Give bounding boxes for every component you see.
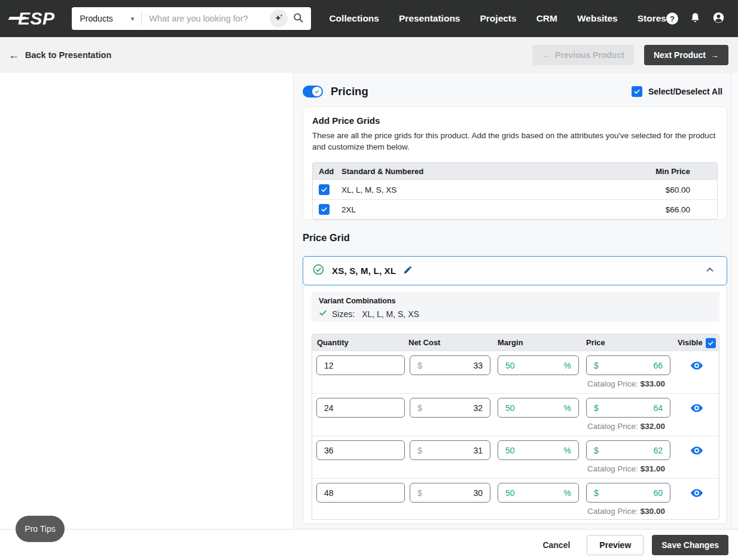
main-content: Pricing Select/Deselect All Add Price Gr… (0, 73, 738, 529)
select-deselect-all[interactable]: Select/Deselect All (632, 86, 722, 97)
quantity-input-wrap (316, 355, 405, 375)
search-category-value: Products (80, 14, 113, 23)
nav-item-stores[interactable]: Stores (638, 13, 666, 24)
visible-toggle-button[interactable] (690, 444, 703, 459)
eye-icon (690, 401, 703, 416)
esp-logo[interactable]: ESP (18, 10, 55, 28)
preview-button[interactable]: Preview (587, 535, 644, 555)
visible-toggle-button[interactable] (690, 359, 703, 374)
column-min-price: Min Price (655, 167, 717, 176)
pricing-title: Pricing (331, 85, 368, 98)
price-grids-table-header: Add Standard & Numbered Min Price (313, 163, 717, 179)
back-to-presentation-link[interactable]: ← Back to Presentation (8, 49, 111, 62)
collapse-grid-button[interactable] (704, 264, 716, 278)
price-input[interactable] (603, 488, 663, 498)
margin-input-wrap: % (498, 440, 579, 460)
search-icon (292, 12, 304, 25)
save-changes-button[interactable]: Save Changes (652, 535, 728, 555)
price-grids-table: Add Standard & Numbered Min Price XL, L,… (312, 162, 718, 220)
user-icon (712, 11, 725, 26)
margin-input[interactable] (505, 403, 559, 413)
grid-row-checkbox[interactable] (319, 184, 330, 195)
search-submit-button[interactable] (292, 12, 304, 25)
account-button[interactable] (712, 11, 725, 26)
catalog-price-label: Catalog Price: (587, 422, 638, 431)
search-category-dropdown[interactable]: Products ▾ (72, 14, 142, 23)
nav-item-collections[interactable]: Collections (329, 13, 379, 24)
net-cost-input[interactable] (427, 488, 483, 498)
currency-prefix: $ (594, 446, 599, 455)
quantity-input[interactable] (324, 446, 397, 455)
price-input-wrap: $ (586, 483, 670, 503)
price-row: $ % $ (312, 478, 719, 521)
quantity-input[interactable] (324, 403, 397, 413)
pricing-toggle[interactable] (303, 86, 323, 98)
grid-row-min-price: $66.00 (666, 205, 717, 214)
nav-item-websites[interactable]: Websites (577, 13, 618, 24)
previous-product-button[interactable]: ← Previous Product (532, 45, 634, 65)
margin-input[interactable] (505, 446, 559, 455)
visible-all-checkbox[interactable] (706, 338, 716, 348)
currency-prefix: $ (417, 361, 422, 370)
search-input[interactable] (142, 14, 270, 23)
nav-item-projects[interactable]: Projects (480, 13, 516, 24)
help-icon[interactable]: ? (666, 13, 678, 25)
notifications-button[interactable] (690, 12, 701, 25)
quantity-input-wrap (316, 483, 405, 503)
add-price-grids-title: Add Price Grids (312, 115, 718, 126)
ai-sparkle-button[interactable] (270, 10, 288, 28)
quantity-input[interactable] (324, 361, 397, 370)
price-input[interactable] (603, 403, 663, 413)
percent-suffix: % (564, 403, 571, 413)
margin-input[interactable] (505, 488, 559, 498)
grid-row-checkbox[interactable] (319, 204, 330, 215)
product-nav-buttons: ← Previous Product Next Product → (532, 45, 728, 65)
pro-tips-button[interactable]: Pro Tips (16, 516, 65, 542)
percent-suffix: % (564, 361, 571, 370)
top-navigation: ESP Products ▾ Collections Presentations… (0, 0, 738, 37)
add-price-grids-card: Add Price Grids These are all the price … (303, 106, 727, 220)
select-all-checkbox[interactable] (632, 86, 642, 97)
nav-item-crm[interactable]: CRM (536, 13, 557, 24)
edit-grid-button[interactable] (402, 264, 414, 278)
price-input[interactable] (603, 361, 663, 370)
variant-combinations-title: Variant Combinations (319, 297, 712, 305)
next-product-label: Next Product (654, 50, 706, 60)
net-cost-input[interactable] (427, 361, 483, 370)
primary-nav: Collections Presentations Projects CRM W… (329, 13, 666, 24)
catalog-price-value: $32.00 (641, 422, 665, 431)
grid-row-name: XL, L, M, S, XS (341, 185, 666, 194)
currency-prefix: $ (417, 403, 422, 413)
net-cost-input[interactable] (427, 403, 483, 413)
visible-toggle-button[interactable] (690, 401, 703, 416)
eye-icon (690, 486, 703, 501)
visible-toggle-button[interactable] (690, 486, 703, 501)
price-row: $ % $ (312, 351, 719, 393)
net-cost-input-wrap: $ (410, 398, 490, 418)
price-grid-section-title: Price Grid (303, 232, 350, 244)
price-input[interactable] (603, 446, 663, 455)
catalog-price: Catalog Price:$31.00 (587, 464, 665, 473)
price-input-wrap: $ (586, 398, 670, 418)
sparkle-icon (274, 13, 283, 25)
price-grid-accordion-header[interactable]: XS, S, M, L, XL (303, 256, 727, 285)
chevron-down-icon: ▾ (131, 15, 135, 23)
cancel-button[interactable]: Cancel (534, 535, 578, 555)
percent-suffix: % (564, 446, 571, 455)
nav-item-presentations[interactable]: Presentations (399, 13, 461, 24)
catalog-price: Catalog Price:$33.00 (587, 379, 665, 388)
scrollbar-track[interactable] (731, 73, 738, 529)
next-product-button[interactable]: Next Product → (644, 45, 728, 65)
check-circle-icon (313, 264, 324, 278)
catalog-price: Catalog Price:$32.00 (587, 422, 665, 431)
quantity-table-header: Quantity Net Cost Margin Price Visible (312, 334, 719, 351)
quantity-input[interactable] (324, 488, 397, 498)
price-row: $ % $ (312, 436, 719, 478)
eye-icon (690, 359, 703, 374)
margin-input[interactable] (505, 361, 559, 370)
add-price-grids-description: These are all the price grids for this p… (312, 130, 720, 153)
margin-input-wrap: % (498, 483, 579, 503)
net-cost-input[interactable] (427, 446, 483, 455)
select-all-label: Select/Deselect All (648, 87, 722, 96)
price-input-wrap: $ (586, 440, 670, 460)
